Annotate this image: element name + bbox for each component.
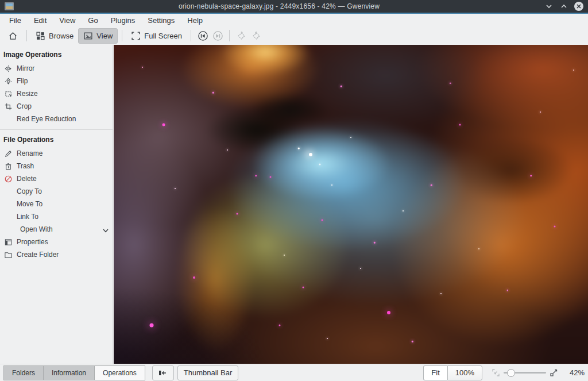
star — [440, 293, 442, 294]
previous-image-button[interactable] — [195, 28, 210, 43]
zoom-100-button[interactable]: 100% — [447, 365, 482, 380]
star — [360, 268, 361, 269]
rotate-right-button[interactable] — [249, 28, 264, 43]
main-area: Image Operations Mirror Flip Resize Crop… — [0, 45, 588, 364]
sidebar-item-label: Move To — [17, 200, 42, 208]
star — [341, 86, 342, 87]
fit-button[interactable]: Fit — [423, 365, 447, 380]
star — [269, 176, 271, 178]
tab-folders[interactable]: Folders — [3, 365, 43, 380]
menu-file[interactable]: File — [3, 15, 27, 26]
menu-view[interactable]: View — [53, 15, 81, 26]
sidebar-item-flip[interactable]: Flip — [0, 75, 113, 87]
star — [554, 226, 556, 228]
star — [175, 188, 176, 189]
toggle-sidebar-button[interactable] — [152, 365, 174, 380]
star — [236, 213, 238, 215]
star — [193, 276, 195, 279]
file-operations-header: File Operations — [0, 132, 113, 147]
view-button[interactable]: View — [78, 28, 118, 44]
sidebar-item-move-to[interactable]: Move To — [0, 198, 113, 210]
fullscreen-label: Full Screen — [144, 32, 182, 40]
image-view-icon — [83, 31, 93, 41]
image-operations-header: Image Operations — [0, 47, 113, 62]
zoom-mode-group: Fit 100% — [423, 365, 482, 380]
star — [412, 341, 413, 342]
toolbar-separator — [229, 30, 230, 41]
fullscreen-button[interactable]: Full Screen — [126, 29, 187, 43]
star — [322, 220, 323, 221]
minimize-button[interactable] — [544, 2, 554, 11]
close-icon — [574, 2, 583, 11]
zoom-out-icon[interactable] — [492, 368, 500, 377]
star — [162, 123, 165, 126]
thumbnail-bar-button[interactable]: Thumbnail Bar — [177, 365, 239, 380]
star — [403, 210, 404, 211]
sidebar-item-rename[interactable]: Rename — [0, 147, 113, 160]
mirror-icon — [3, 64, 13, 73]
sidebar-item-label: Link To — [17, 213, 38, 221]
sidebar-item-delete[interactable]: Delete — [0, 172, 113, 185]
sidebar-item-crop[interactable]: Crop — [0, 100, 113, 113]
sidebar-item-properties[interactable]: Properties — [0, 236, 113, 248]
empty-icon — [3, 212, 13, 221]
menu-settings[interactable]: Settings — [142, 15, 180, 26]
menu-help[interactable]: Help — [181, 15, 208, 26]
star — [298, 148, 300, 149]
flip-icon — [3, 76, 13, 86]
sidebar-item-copy-to[interactable]: Copy To — [0, 185, 113, 198]
star — [284, 255, 285, 256]
sidebar-item-trash[interactable]: Trash — [0, 160, 113, 172]
sidebar-item-link-to[interactable]: Link To — [0, 210, 113, 223]
star — [540, 111, 541, 113]
chevron-up-icon — [560, 3, 567, 10]
star — [150, 324, 154, 328]
browse-button[interactable]: Browse — [31, 29, 78, 43]
resize-icon — [3, 89, 13, 98]
home-button[interactable] — [3, 29, 22, 43]
star — [303, 286, 304, 288]
star — [450, 82, 451, 84]
chevron-down-icon — [546, 3, 552, 10]
sidebar-item-resize[interactable]: Resize — [0, 87, 113, 100]
next-image-button[interactable] — [210, 28, 225, 43]
titlebar[interactable]: orion-nebula-space-galaxy.jpg - 2449x165… — [0, 0, 588, 13]
sidebar-item-label: Create Folder — [17, 251, 59, 259]
tab-information[interactable]: Information — [43, 365, 94, 380]
empty-icon — [3, 114, 13, 124]
sidebar-item-open-with[interactable]: Open With — [0, 223, 113, 236]
sidebar-divider — [0, 129, 113, 130]
star — [387, 311, 390, 314]
tab-operations[interactable]: Operations — [94, 365, 145, 380]
browse-label: Browse — [49, 32, 74, 40]
fullscreen-icon — [131, 31, 141, 41]
sidebar-item-red-eye-reduction[interactable]: Red Eye Reduction — [0, 113, 113, 125]
zoom-slider[interactable] — [504, 368, 546, 378]
zoom-percentage: 42% — [566, 368, 585, 377]
close-button[interactable] — [574, 2, 583, 11]
statusbar: Folders Information Operations Thumbnail… — [0, 364, 588, 381]
sidebar-item-label: Rename — [17, 149, 42, 157]
nebula-stars — [114, 45, 588, 364]
menu-plugins[interactable]: Plugins — [105, 15, 141, 26]
menu-go[interactable]: Go — [82, 15, 103, 26]
star — [319, 164, 321, 166]
zoom-slider-handle[interactable] — [507, 369, 515, 377]
operations-sidebar: Image Operations Mirror Flip Resize Crop… — [0, 45, 113, 364]
rotate-left-icon — [236, 30, 247, 41]
properties-icon — [3, 237, 13, 247]
star — [142, 67, 143, 68]
sidebar-item-mirror[interactable]: Mirror — [0, 62, 113, 75]
star — [374, 242, 376, 244]
sidebar-item-label: Crop — [17, 102, 32, 110]
rotate-left-button[interactable] — [234, 28, 249, 43]
maximize-button[interactable] — [559, 2, 568, 11]
sidebar-item-label: Properties — [17, 238, 48, 246]
menu-edit[interactable]: Edit — [28, 15, 52, 26]
crop-icon — [3, 102, 13, 111]
sidebar-item-create-folder[interactable]: Create Folder — [0, 248, 113, 261]
sidebar-item-label: Open With — [20, 225, 53, 233]
image-viewer[interactable] — [114, 45, 588, 364]
chevron-down-icon — [102, 226, 109, 236]
zoom-in-icon[interactable] — [550, 368, 558, 377]
